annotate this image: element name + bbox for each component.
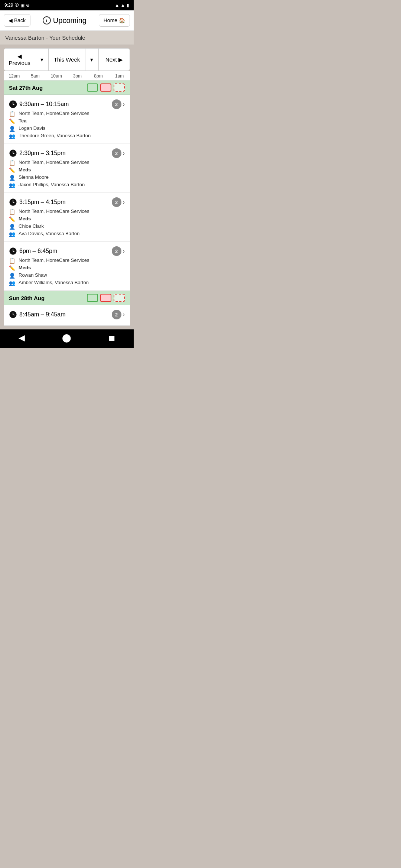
appt-task-1: ✏️ Tea [9, 118, 125, 124]
arrow-icon-4: › [123, 248, 125, 254]
task-icon-1: ✏️ [9, 118, 16, 124]
status-red-icon-sun [100, 294, 111, 302]
week-nav: ◀ Previous ▾ This Week ▾ Next ▶ [4, 48, 130, 71]
count-badge-3: 2 [112, 197, 121, 207]
status-bar: 9:29 ⦿ ▣ ⊖ ▲ ▲ ▮ [0, 0, 134, 10]
appt-time-1: 9:30am – 10:15am [9, 100, 69, 108]
appt-time-row-3: 3:15pm – 4:15pm 2 › [9, 197, 125, 207]
clients-icon-4: 👥 [9, 280, 16, 286]
timeline-header: 12am 5am 10am 3pm 8pm 1am [4, 71, 130, 80]
appointment-5[interactable]: 8:45am – 9:45am 2 › [4, 305, 130, 326]
carer-icon-3: 👤 [9, 224, 16, 230]
time-label-6: 1am [109, 73, 130, 79]
appt-clients-3: 👥 Ava Davies, Vanessa Barton [9, 231, 125, 237]
carer-icon-2: 👤 [9, 175, 16, 181]
status-green-icon [87, 83, 98, 92]
status-red-icon [100, 83, 111, 92]
previous-dropdown[interactable]: ▾ [35, 49, 49, 70]
appt-team-3: 📋 North Team, HomeCare Services [9, 208, 125, 215]
day-status-icons-sat [87, 83, 125, 92]
time-label-2: 5am [25, 73, 46, 79]
chevron-down-icon: ▾ [40, 56, 43, 63]
previous-button[interactable]: ◀ Previous [4, 49, 35, 70]
appointment-1[interactable]: 9:30am – 10:15am 2 › 📋 North Team, HomeC… [4, 95, 130, 144]
day-header-sun: Sun 28th Aug [4, 291, 130, 305]
bottom-nav: ◀ ⬤ ◼ [0, 329, 134, 348]
appt-clients-1: 👥 Theodore Green, Vanessa Barton [9, 133, 125, 139]
status-right: ▲ ▲ ▮ [115, 3, 129, 8]
carer-icon-4: 👤 [9, 273, 16, 279]
next-button[interactable]: Next ▶ [99, 49, 130, 70]
arrow-icon-1: › [123, 101, 125, 108]
team-icon-2: 📋 [9, 160, 16, 166]
badge-arrow-1: 2 › [112, 99, 125, 109]
arrow-icon-2: › [123, 150, 125, 157]
chevron-down-icon-2: ▾ [90, 56, 93, 63]
appt-time-4: 6pm – 6:45pm [9, 247, 57, 255]
appt-carer-3: 👤 Chloe Clark [9, 223, 125, 230]
appt-time-row-4: 6pm – 6:45pm 2 › [9, 246, 125, 256]
team-icon-3: 📋 [9, 209, 16, 215]
appointment-2[interactable]: 2:30pm – 3:15pm 2 › 📋 North Team, HomeCa… [4, 144, 130, 193]
page-title: Upcoming [53, 16, 87, 25]
clock-icon-3 [9, 198, 17, 206]
appointment-3[interactable]: 3:15pm – 4:15pm 2 › 📋 North Team, HomeCa… [4, 193, 130, 242]
appt-carer-1: 👤 Logan Davis [9, 125, 125, 132]
badge-arrow-4: 2 › [112, 246, 125, 256]
appt-time-2: 2:30pm – 3:15pm [9, 149, 66, 157]
wifi-icon: ▲ [115, 3, 119, 8]
appt-team-1: 📋 North Team, HomeCare Services [9, 111, 125, 117]
appt-time-5: 8:45am – 9:45am [9, 310, 66, 319]
day-header-sat: Sat 27th Aug [4, 80, 130, 95]
task-icon-4: ✏️ [9, 265, 16, 271]
back-button[interactable]: ◀ Back [4, 14, 30, 27]
status-dashed-icon [114, 83, 125, 92]
time-label-3: 10am [46, 73, 67, 79]
sub-header: Vanessa Barton - Your Schedule [0, 31, 134, 45]
arrow-icon-3: › [123, 199, 125, 206]
time-label-1: 12am [4, 73, 25, 79]
recents-nav-button[interactable]: ◼ [108, 333, 115, 343]
appt-clients-4: 👥 Amber Williams, Vanessa Barton [9, 280, 125, 286]
team-icon-4: 📋 [9, 258, 16, 264]
info-icon: i [43, 16, 51, 24]
appt-task-2: ✏️ Meds [9, 167, 125, 173]
appt-task-3: ✏️ Meds [9, 216, 125, 222]
this-week-dropdown[interactable]: ▾ [85, 49, 99, 70]
status-dashed-icon-sun [114, 294, 125, 302]
clock-icon-2 [9, 149, 17, 157]
this-week-button[interactable]: This Week [49, 49, 85, 70]
header: ◀ Back i Upcoming Home 🏠 [0, 10, 134, 31]
appt-time-row-1: 9:30am – 10:15am 2 › [9, 99, 125, 109]
clock-icon-5 [9, 310, 17, 319]
clients-icon-1: 👥 [9, 133, 16, 139]
appt-task-4: ✏️ Meds [9, 265, 125, 271]
clock-icon-1 [9, 100, 17, 108]
clock-icon-4 [9, 247, 17, 255]
nfc-icon: ⊖ [26, 3, 30, 8]
back-nav-button[interactable]: ◀ [19, 333, 25, 343]
home-nav-button[interactable]: ⬤ [62, 333, 71, 343]
signal-icon: ▲ [121, 3, 125, 8]
appt-carer-2: 👤 Sienna Moore [9, 174, 125, 181]
home-button[interactable]: Home 🏠 [99, 14, 130, 27]
appointment-4[interactable]: 6pm – 6:45pm 2 › 📋 North Team, HomeCare … [4, 242, 130, 291]
appt-carer-4: 👤 Rowan Shaw [9, 272, 125, 279]
appt-clients-2: 👥 Jaxon Phillips, Vanessa Barton [9, 182, 125, 188]
time-label-4: 3pm [67, 73, 88, 79]
schedule-owner: Vanessa Barton - Your Schedule [5, 34, 85, 41]
task-icon-2: ✏️ [9, 167, 16, 173]
badge-arrow-3: 2 › [112, 197, 125, 207]
count-badge-5: 2 [112, 310, 121, 319]
task-icon-3: ✏️ [9, 216, 16, 222]
status-time: 9:29 [4, 3, 13, 8]
appt-time-row-2: 2:30pm – 3:15pm 2 › [9, 148, 125, 158]
team-icon-1: 📋 [9, 111, 16, 117]
clients-icon-2: 👥 [9, 182, 16, 188]
appt-team-2: 📋 North Team, HomeCare Services [9, 160, 125, 166]
appt-time-row-5: 8:45am – 9:45am 2 › [9, 310, 125, 319]
battery-icon: ▮ [127, 3, 129, 8]
badge-arrow-5: 2 › [112, 310, 125, 319]
badge-arrow-2: 2 › [112, 148, 125, 158]
day-status-icons-sun [87, 294, 125, 302]
